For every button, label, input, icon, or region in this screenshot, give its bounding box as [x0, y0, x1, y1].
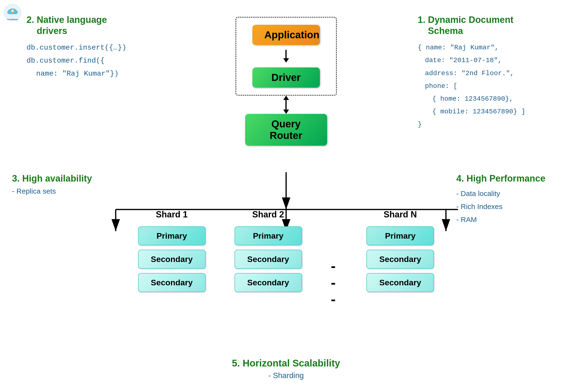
query-router-node: Query Router	[245, 114, 327, 146]
shard-2-secondary-2: Secondary	[235, 273, 302, 292]
shard-n-secondary-2: Secondary	[366, 273, 434, 292]
section3-subtitle: - Replica sets	[12, 187, 99, 195]
shard-1-secondary-1: Secondary	[138, 250, 206, 269]
svg-point-12	[12, 10, 14, 12]
section4-high-performance: 4. High Performance - Data locality - Ri…	[456, 173, 553, 226]
shard-1-label: Shard 1	[156, 210, 188, 220]
section5-subtitle: - Sharding	[232, 371, 340, 380]
app-driver-box: Application Driver	[236, 17, 337, 96]
section5-title: 5. Horizontal Scalability	[232, 358, 340, 369]
shard-2-label: Shard 2	[252, 210, 284, 220]
shard-2-secondary-1: Secondary	[235, 250, 302, 269]
section1-schema: { name: "Raj Kumar", date: "2011-07-18",…	[418, 41, 553, 131]
section1-title: 1. Dynamic Document Schema	[418, 15, 553, 36]
section4-subtitles: - Data locality - Rich Indexes - RAM	[456, 187, 553, 226]
section5-horizontal-scalability: 5. Horizontal Scalability - Sharding	[232, 358, 340, 380]
shard-2: Shard 2 Primary Secondary Secondary	[235, 210, 302, 292]
section3-high-availability: 3. High availability - Replica sets	[12, 173, 99, 195]
shard-1-secondary-2: Secondary	[138, 273, 206, 292]
section4-title: 4. High Performance	[456, 173, 553, 184]
section2-code: db.customer.insert({…}) db.customer.find…	[27, 41, 142, 80]
ellipsis-separator: - - -	[331, 258, 338, 307]
shards-container: Shard 1 Primary Secondary Secondary Shar…	[138, 210, 434, 307]
section2-title: 2. Native language drivers	[27, 15, 142, 36]
shard-n-label: Shard N	[383, 210, 417, 220]
shard-1-primary: Primary	[138, 226, 206, 245]
driver-node: Driver	[252, 67, 320, 88]
section1-dynamic-schema: 1. Dynamic Document Schema { name: "Raj …	[418, 15, 553, 131]
shard-2-primary: Primary	[235, 226, 302, 245]
svg-text:CloudImage: CloudImage	[7, 18, 18, 20]
logo: CloudImage	[4, 4, 22, 23]
shard-n: Shard N Primary Secondary Secondary	[366, 210, 434, 292]
section3-title: 3. High availability	[12, 173, 99, 184]
shard-n-secondary-1: Secondary	[366, 250, 434, 269]
shard-n-primary: Primary	[366, 226, 434, 245]
application-node: Application	[252, 25, 320, 45]
section2-native-drivers: 2. Native language drivers db.customer.i…	[27, 15, 142, 80]
shard-1: Shard 1 Primary Secondary Secondary	[138, 210, 206, 292]
